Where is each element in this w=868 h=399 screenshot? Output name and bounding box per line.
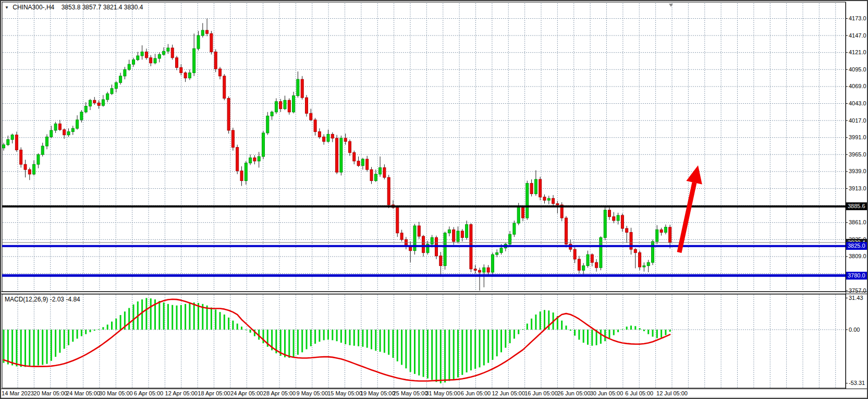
bear-candle[interactable]	[214, 52, 217, 69]
bear-candle[interactable]	[206, 30, 209, 33]
bear-candle[interactable]	[210, 33, 213, 52]
bear-candle[interactable]	[219, 69, 222, 76]
bull-candle[interactable]	[141, 52, 143, 56]
bull-candle[interactable]	[84, 106, 87, 112]
bear-candle[interactable]	[171, 48, 174, 58]
bull-candle[interactable]	[3, 144, 5, 148]
bear-candle[interactable]	[539, 179, 542, 197]
bear-candle[interactable]	[439, 256, 442, 266]
bear-candle[interactable]	[422, 236, 425, 252]
bear-candle[interactable]	[288, 100, 290, 112]
bull-candle[interactable]	[600, 238, 602, 268]
bear-candle[interactable]	[370, 170, 373, 180]
bull-candle[interactable]	[444, 233, 446, 266]
bull-candle[interactable]	[491, 255, 494, 272]
bear-candle[interactable]	[608, 210, 611, 217]
bull-candle[interactable]	[517, 208, 520, 223]
bear-candle[interactable]	[58, 124, 61, 129]
bear-candle[interactable]	[479, 270, 481, 272]
horizontal-scrollbar[interactable]	[1, 397, 868, 399]
bull-candle[interactable]	[106, 94, 109, 100]
bull-candle[interactable]	[188, 73, 191, 78]
bull-candle[interactable]	[297, 79, 299, 95]
bear-candle[interactable]	[418, 226, 420, 236]
bear-candle[interactable]	[240, 171, 243, 181]
bull-candle[interactable]	[132, 59, 135, 64]
bull-candle[interactable]	[582, 265, 585, 270]
bear-candle[interactable]	[180, 68, 182, 73]
bear-candle[interactable]	[543, 197, 546, 200]
bull-candle[interactable]	[361, 159, 364, 166]
bull-candle[interactable]	[80, 112, 83, 120]
bear-candle[interactable]	[301, 79, 303, 98]
bear-candle[interactable]	[383, 167, 386, 177]
bear-candle[interactable]	[344, 138, 347, 141]
bull-candle[interactable]	[7, 139, 9, 144]
bull-candle[interactable]	[244, 163, 247, 181]
bull-candle[interactable]	[664, 227, 667, 232]
bull-candle[interactable]	[201, 30, 204, 35]
bull-candle[interactable]	[643, 265, 645, 267]
bull-candle[interactable]	[526, 183, 529, 217]
bear-candle[interactable]	[305, 98, 308, 113]
bear-candle[interactable]	[522, 208, 524, 218]
bull-candle[interactable]	[379, 167, 382, 174]
bull-candle[interactable]	[154, 58, 156, 63]
bull-candle[interactable]	[374, 174, 377, 181]
bull-candle[interactable]	[111, 89, 113, 94]
bear-candle[interactable]	[145, 52, 148, 57]
bull-candle[interactable]	[119, 76, 122, 83]
bear-candle[interactable]	[227, 98, 230, 130]
bear-candle[interactable]	[236, 147, 239, 171]
bear-candle[interactable]	[552, 198, 555, 203]
bull-candle[interactable]	[652, 241, 654, 262]
bear-candle[interactable]	[487, 268, 490, 272]
bull-candle[interactable]	[137, 56, 139, 60]
bull-candle[interactable]	[262, 133, 265, 156]
bear-candle[interactable]	[63, 130, 66, 135]
bear-candle[interactable]	[15, 135, 18, 150]
bear-candle[interactable]	[400, 233, 403, 240]
bear-candle[interactable]	[323, 137, 325, 141]
bear-candle[interactable]	[626, 228, 628, 233]
bear-candle[interactable]	[279, 102, 282, 109]
bull-candle[interactable]	[46, 137, 48, 146]
bear-candle[interactable]	[231, 130, 234, 148]
bull-candle[interactable]	[54, 124, 57, 130]
bear-candle[interactable]	[578, 259, 580, 270]
bull-candle[interactable]	[167, 48, 169, 51]
bull-candle[interactable]	[340, 138, 343, 172]
bear-candle[interactable]	[387, 177, 390, 205]
bull-candle[interactable]	[534, 179, 537, 194]
bear-candle[interactable]	[310, 113, 312, 120]
symbol-dropdown-icon[interactable]: ▼	[5, 5, 9, 10]
bull-candle[interactable]	[197, 35, 200, 49]
bear-candle[interactable]	[353, 153, 356, 161]
bear-candle[interactable]	[97, 103, 100, 105]
bull-candle[interactable]	[50, 130, 53, 137]
chart-canvas[interactable]	[1, 1, 868, 399]
bull-candle[interactable]	[37, 154, 40, 164]
bear-candle[interactable]	[396, 208, 399, 233]
bull-candle[interactable]	[586, 255, 589, 265]
bear-candle[interactable]	[556, 203, 559, 205]
bull-candle[interactable]	[158, 54, 161, 58]
bull-candle[interactable]	[448, 229, 450, 233]
bear-candle[interactable]	[453, 229, 455, 241]
bear-candle[interactable]	[660, 229, 663, 232]
bull-candle[interactable]	[124, 69, 126, 76]
bear-candle[interactable]	[150, 58, 152, 63]
bear-candle[interactable]	[314, 120, 316, 132]
bear-candle[interactable]	[28, 170, 31, 174]
bull-candle[interactable]	[271, 112, 273, 116]
bear-candle[interactable]	[176, 58, 178, 68]
bull-candle[interactable]	[11, 135, 14, 140]
bull-candle[interactable]	[89, 100, 92, 106]
bear-candle[interactable]	[621, 215, 624, 228]
bull-candle[interactable]	[41, 146, 44, 154]
bull-candle[interactable]	[128, 64, 130, 69]
bull-candle[interactable]	[513, 223, 516, 234]
bull-candle[interactable]	[258, 156, 260, 161]
bear-candle[interactable]	[639, 252, 641, 267]
bear-candle[interactable]	[591, 255, 593, 262]
